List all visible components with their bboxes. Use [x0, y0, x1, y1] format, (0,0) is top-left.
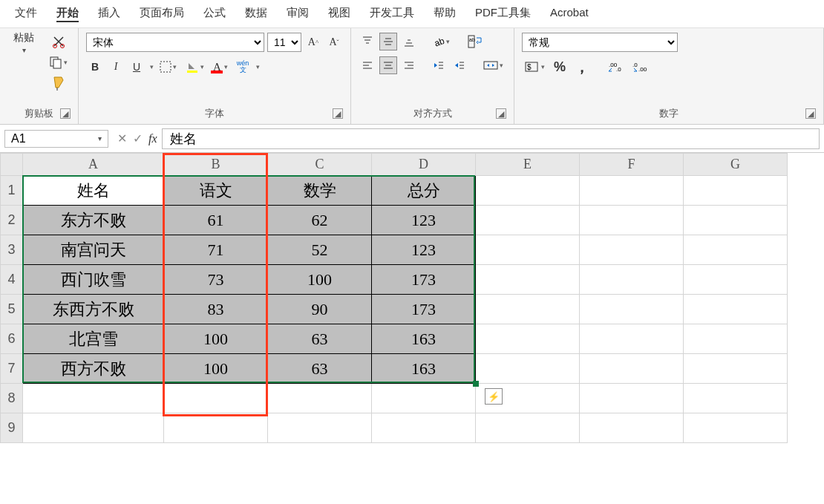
cell-D5[interactable]: 173: [372, 295, 476, 324]
col-header-C[interactable]: C: [268, 154, 372, 176]
cell-F8[interactable]: [580, 384, 684, 413]
cancel-icon[interactable]: ✕: [117, 131, 127, 145]
font-size-select[interactable]: 11: [267, 33, 301, 52]
cell-A5[interactable]: 东西方不败: [23, 295, 164, 324]
confirm-icon[interactable]: ✓: [133, 131, 143, 145]
cell-F2[interactable]: [580, 206, 684, 235]
cell-B2[interactable]: 61: [164, 206, 268, 235]
increase-indent-button[interactable]: [451, 56, 468, 74]
cell-E1[interactable]: [476, 176, 580, 206]
cell-F7[interactable]: [580, 354, 684, 384]
cell-C6[interactable]: 63: [268, 324, 372, 354]
comma-button[interactable]: ，: [572, 58, 592, 76]
cell-E7[interactable]: [476, 354, 580, 384]
cell-E4[interactable]: [476, 265, 580, 295]
worksheet[interactable]: ABCDEFG1姓名语文数学总分2东方不败61621233南宫问天7152123…: [0, 153, 824, 443]
cell-F6[interactable]: [580, 324, 684, 354]
align-dialog-icon[interactable]: ◢: [496, 108, 506, 119]
cell-D6[interactable]: 163: [372, 324, 476, 354]
cell-A1[interactable]: 姓名: [23, 176, 164, 206]
menu-文件[interactable]: 文件: [12, 4, 40, 22]
cell-B6[interactable]: 100: [164, 324, 268, 354]
accounting-format-button[interactable]: $▾: [522, 58, 548, 76]
menu-公式[interactable]: 公式: [200, 4, 229, 22]
cell-E2[interactable]: [476, 206, 580, 235]
increase-decimal-button[interactable]: .00.0: [606, 58, 627, 76]
cell-G7[interactable]: [684, 354, 788, 384]
row-header-5[interactable]: 5: [1, 295, 23, 324]
menu-开发工具[interactable]: 开发工具: [367, 4, 417, 22]
cell-D1[interactable]: 总分: [372, 176, 476, 206]
cell-G6[interactable]: [684, 324, 788, 354]
fill-color-button[interactable]: ▾: [183, 58, 207, 76]
row-header-3[interactable]: 3: [1, 235, 23, 265]
cell-F9[interactable]: [580, 413, 684, 443]
cell-B4[interactable]: 73: [164, 265, 268, 295]
quick-analysis-icon[interactable]: ⚡: [485, 388, 503, 405]
cell-C9[interactable]: [268, 413, 372, 443]
cell-G8[interactable]: [684, 384, 788, 413]
cell-A3[interactable]: 南宫问天: [23, 235, 164, 265]
col-header-A[interactable]: A: [23, 154, 164, 176]
cell-A6[interactable]: 北宫雪: [23, 324, 164, 354]
cell-C4[interactable]: 100: [268, 265, 372, 295]
clipboard-dialog-icon[interactable]: ◢: [60, 108, 71, 119]
row-header-7[interactable]: 7: [1, 354, 23, 384]
cell-G2[interactable]: [684, 206, 788, 235]
cell-A8[interactable]: [23, 384, 164, 413]
cell-G9[interactable]: [684, 413, 788, 443]
fx-icon[interactable]: fx: [148, 132, 157, 145]
name-box[interactable]: A1▾: [4, 130, 108, 148]
menu-插入[interactable]: 插入: [95, 4, 123, 22]
cell-F5[interactable]: [580, 295, 684, 324]
decrease-indent-button[interactable]: [430, 56, 448, 74]
number-dialog-icon[interactable]: ◢: [805, 108, 816, 119]
cell-C3[interactable]: 52: [268, 235, 372, 265]
menu-Acrobat[interactable]: Acrobat: [547, 4, 592, 22]
menu-PDF工具集[interactable]: PDF工具集: [472, 4, 534, 22]
cell-B7[interactable]: 100: [164, 354, 268, 384]
font-name-select[interactable]: 宋体: [86, 33, 264, 52]
number-format-select[interactable]: 常规: [522, 33, 678, 52]
phonetic-button[interactable]: wén文: [234, 58, 252, 76]
cell-A7[interactable]: 西方不败: [23, 354, 164, 384]
font-dialog-icon[interactable]: ◢: [333, 108, 343, 119]
cell-D7[interactable]: 163: [372, 354, 476, 384]
bold-button[interactable]: B: [86, 58, 104, 76]
wrap-text-button[interactable]: ab: [465, 33, 485, 50]
cell-G1[interactable]: [684, 176, 788, 206]
cell-B9[interactable]: [164, 413, 268, 443]
cell-D9[interactable]: [372, 413, 476, 443]
decrease-decimal-button[interactable]: .0.00: [630, 58, 650, 76]
cell-D8[interactable]: [372, 384, 476, 413]
col-header-B[interactable]: B: [164, 154, 268, 176]
cell-D3[interactable]: 123: [372, 235, 476, 265]
border-button[interactable]: ▾: [157, 58, 180, 76]
merge-button[interactable]: ▾: [480, 56, 506, 74]
percent-button[interactable]: %: [551, 58, 569, 76]
cell-E9[interactable]: [476, 413, 580, 443]
cell-C2[interactable]: 62: [268, 206, 372, 235]
cell-A4[interactable]: 西门吹雪: [23, 265, 164, 295]
align-center-button[interactable]: [379, 56, 397, 74]
cell-E3[interactable]: [476, 235, 580, 265]
copy-button[interactable]: ▾: [46, 53, 71, 71]
align-middle-button[interactable]: [379, 33, 397, 50]
cell-C8[interactable]: [268, 384, 372, 413]
format-painter-button[interactable]: [46, 74, 71, 92]
col-header-E[interactable]: E: [476, 154, 580, 176]
cell-A2[interactable]: 东方不败: [23, 206, 164, 235]
cell-G5[interactable]: [684, 295, 788, 324]
cell-B5[interactable]: 83: [164, 295, 268, 324]
row-header-4[interactable]: 4: [1, 265, 23, 295]
italic-button[interactable]: I: [107, 58, 125, 76]
cell-D4[interactable]: 173: [372, 265, 476, 295]
cell-B3[interactable]: 71: [164, 235, 268, 265]
cell-G4[interactable]: [684, 265, 788, 295]
paste-button[interactable]: 粘贴▾: [7, 33, 40, 50]
menu-开始[interactable]: 开始: [53, 4, 82, 22]
formula-input[interactable]: [162, 128, 820, 149]
col-header-D[interactable]: D: [372, 154, 476, 176]
cell-E6[interactable]: [476, 324, 580, 354]
cell-E5[interactable]: [476, 295, 580, 324]
